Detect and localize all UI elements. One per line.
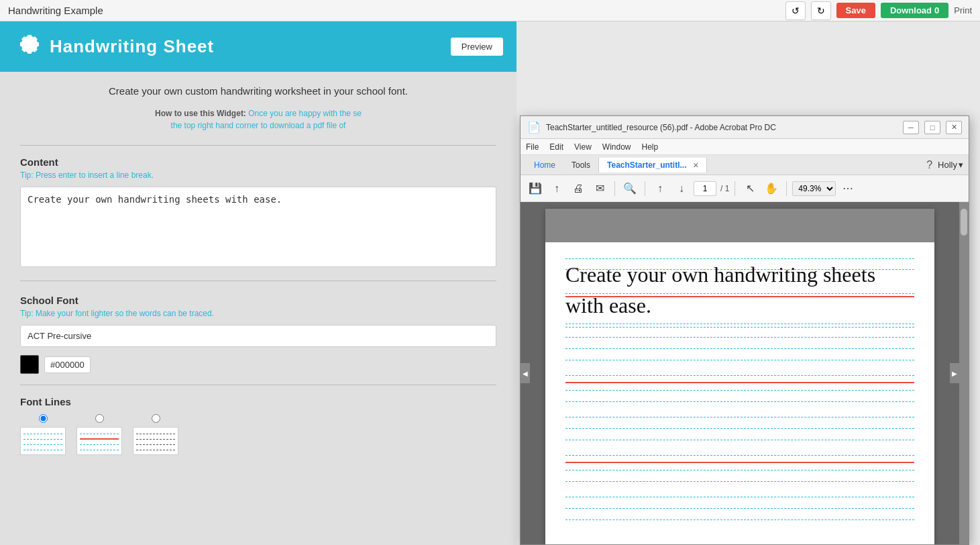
toolbar-right: ↺ ↻ Save Download 0 Print: [785, 1, 972, 20]
maximize-icon: □: [930, 123, 935, 132]
preview-button[interactable]: Preview: [451, 38, 503, 56]
print-button[interactable]: Print: [954, 5, 972, 15]
lines-preview-3: [133, 427, 178, 455]
tab-home[interactable]: Home: [526, 158, 563, 172]
scroll-right-button[interactable]: ▶: [950, 363, 959, 383]
undo-icon: ↺: [792, 5, 800, 16]
pdf-gray-header: [545, 209, 934, 242]
font-tip: Tip: Make your font lighter so the words…: [20, 309, 496, 318]
hw-text-line2: with ease.: [565, 292, 914, 320]
chevron-down-icon: ▾: [959, 160, 963, 170]
hand-tool-button[interactable]: ✋: [762, 179, 781, 198]
gear-icon: [13, 31, 40, 62]
pdf-content: ◀ Create your own handwriting sheets wit…: [521, 202, 969, 544]
zoom-select[interactable]: 49.3% 50% 75% 100%: [792, 181, 836, 196]
panel-body: Create your own custom handwriting works…: [0, 72, 516, 468]
lines-preview-1: [20, 427, 66, 455]
widget-title: Handwriting Sheet: [50, 36, 214, 57]
scroll-left-button[interactable]: ◀: [521, 363, 530, 383]
undo-button[interactable]: ↺: [785, 1, 806, 20]
content-section: Content Tip: Press enter to insert a lin…: [20, 156, 496, 270]
content-tip: Tip: Press enter to insert a line break.: [20, 170, 496, 180]
download-count: 0: [934, 5, 939, 15]
font-lines-title: Font Lines: [20, 396, 496, 407]
hw-text-line1: Create your own handwriting sheets: [565, 256, 914, 289]
help-icon[interactable]: ?: [926, 159, 932, 171]
menu-help[interactable]: Help: [642, 142, 659, 152]
topbar: Handwriting Example ↺ ↻ Save Download 0 …: [0, 0, 980, 21]
font-lines-radio-3[interactable]: [152, 414, 160, 423]
pdf-title: TeachStarter_untitled_resource (56).pdf …: [546, 123, 897, 132]
save-pdf-button[interactable]: 💾: [526, 179, 545, 198]
upload-pdf-button[interactable]: ↑: [547, 179, 566, 198]
pdf-titlebar: 📄 TeachStarter_untitled_resource (56).pd…: [521, 116, 969, 139]
color-hex: #000000: [44, 356, 91, 373]
more-tools-button[interactable]: ⋯: [838, 179, 857, 198]
font-lines-radio-1[interactable]: [39, 414, 48, 423]
content-textarea[interactable]: Create your own handwriting sheets with …: [20, 187, 496, 267]
redo-icon: ↻: [817, 5, 825, 16]
print-pdf-button[interactable]: 🖨: [569, 179, 588, 198]
font-lines-option-3: [133, 414, 178, 455]
toolbar-sep-3: [734, 181, 735, 196]
page-number-input[interactable]: [694, 181, 716, 196]
tab-file-label: TeachStarter_untitl...: [607, 160, 686, 170]
font-section-title: School Font: [20, 295, 496, 306]
download-button[interactable]: Download 0: [881, 3, 948, 18]
how-to-label: How to use this Widget:: [155, 109, 246, 118]
hw-content-area: Create your own handwriting sheets with …: [565, 256, 914, 520]
hw-text-section: Create your own handwriting sheets with …: [565, 256, 914, 328]
font-section: School Font Tip: Make your font lighter …: [20, 295, 496, 374]
pdf-toolbar: 💾 ↑ 🖨 ✉ 🔍 ↑ ↓ / 1 ↖ ✋ 49.3% 50% 75% 100%…: [521, 175, 969, 202]
menu-file[interactable]: File: [526, 142, 539, 152]
minimize-button[interactable]: ─: [903, 121, 919, 134]
pdf-scrollbar-thumb[interactable]: [961, 209, 967, 236]
minimize-icon: ─: [908, 123, 914, 132]
left-panel: Handwriting Sheet Preview Create your ow…: [0, 21, 516, 545]
pdf-tabs: Home Tools TeachStarter_untitl... ✕ ? Ho…: [521, 155, 969, 175]
font-lines-section: Font Lines: [20, 396, 496, 455]
toolbar-sep-1: [614, 181, 615, 196]
practice-lines: [565, 336, 914, 520]
next-page-button[interactable]: ↓: [672, 179, 691, 198]
email-pdf-button[interactable]: ✉: [590, 179, 609, 198]
page-total: / 1: [720, 184, 729, 193]
close-button[interactable]: ✕: [946, 121, 962, 134]
widget-header: Handwriting Sheet Preview: [0, 21, 516, 72]
prev-page-button[interactable]: ↑: [651, 179, 669, 198]
how-to-text: How to use this Widget: Once you are hap…: [20, 107, 496, 132]
maximize-button[interactable]: □: [924, 121, 940, 134]
content-section-title: Content: [20, 156, 496, 168]
toolbar-sep-2: [645, 181, 645, 196]
pdf-icon: 📄: [527, 121, 541, 134]
save-button[interactable]: Save: [836, 3, 875, 18]
search-pdf-button[interactable]: 🔍: [620, 179, 639, 198]
font-lines-radio-2[interactable]: [95, 414, 104, 423]
tab-close-icon[interactable]: ✕: [693, 162, 698, 169]
color-swatch[interactable]: [20, 355, 39, 374]
user-name[interactable]: Holly ▾: [938, 160, 963, 170]
tab-tools[interactable]: Tools: [563, 158, 599, 172]
font-lines-options: [20, 414, 496, 455]
redo-button[interactable]: ↻: [811, 1, 831, 20]
menu-edit[interactable]: Edit: [549, 142, 563, 152]
font-dropdown[interactable]: ACT Pre-cursive NSW Foundation QLD Begin…: [20, 325, 496, 347]
pdf-scrollbar[interactable]: [959, 202, 969, 544]
menu-view[interactable]: View: [574, 142, 592, 152]
color-row: #000000: [20, 355, 496, 374]
pdf-page: Create your own handwriting sheets with …: [545, 209, 934, 544]
pdf-page-area[interactable]: Create your own handwriting sheets with …: [521, 202, 959, 544]
right-arrow-icon: ▶: [952, 370, 957, 377]
font-lines-option-2: [76, 414, 122, 455]
close-icon: ✕: [951, 123, 957, 132]
app-title: Handwriting Example: [8, 5, 785, 16]
left-arrow-icon: ◀: [523, 370, 528, 377]
cursor-tool-button[interactable]: ↖: [741, 179, 759, 198]
download-label: Download: [890, 5, 932, 15]
toolbar-sep-4: [786, 181, 787, 196]
pdf-window: 📄 TeachStarter_untitled_resource (56).pd…: [520, 115, 969, 545]
widget-subtitle: Create your own custom handwriting works…: [20, 85, 496, 97]
menu-window[interactable]: Window: [602, 142, 631, 152]
pdf-menubar: File Edit View Window Help: [521, 139, 969, 155]
tab-file[interactable]: TeachStarter_untitl... ✕: [599, 158, 707, 172]
